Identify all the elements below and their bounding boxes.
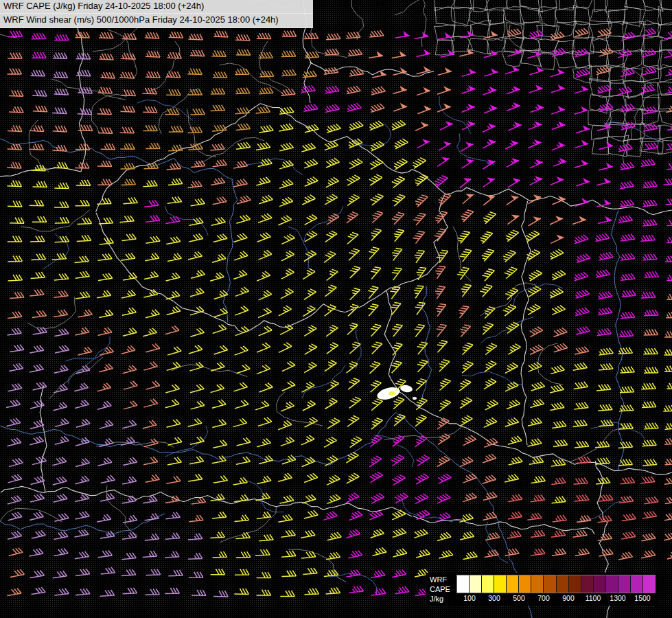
wind-barb — [529, 30, 543, 38]
wind-barb — [326, 158, 340, 168]
wind-barb — [305, 588, 319, 595]
wind-barb — [32, 216, 47, 222]
wind-barb — [371, 229, 382, 240]
wind-barb — [123, 588, 137, 594]
wind-barb — [166, 512, 181, 519]
legend-tick-label: 1500 — [630, 594, 655, 604]
wind-barb — [97, 179, 112, 185]
wind-barb — [8, 474, 22, 483]
wind-barb — [436, 304, 446, 317]
wind-barb — [505, 267, 518, 279]
wind-barb — [325, 49, 339, 56]
wind-barb — [641, 383, 656, 389]
wind-barb — [437, 157, 449, 167]
wind-barb — [235, 532, 250, 538]
wind-barb — [119, 72, 134, 78]
wind-barb — [10, 569, 25, 577]
wind-barb — [505, 140, 518, 149]
wind-barb — [166, 273, 181, 281]
wind-barb — [8, 512, 22, 520]
wind-barb — [301, 530, 315, 538]
wind-barb — [577, 254, 590, 263]
wind-barb — [78, 218, 92, 225]
wind-barb — [461, 210, 474, 222]
wind-barb — [302, 457, 316, 467]
wind-barb — [281, 51, 296, 57]
wind-barb — [302, 382, 315, 392]
wind-barb — [415, 325, 425, 337]
wind-barb — [213, 476, 228, 483]
legend-color-box — [594, 575, 606, 593]
wind-barb — [463, 435, 476, 446]
wind-barb — [327, 343, 338, 354]
wind-barb — [9, 548, 23, 556]
wind-barb — [325, 86, 339, 93]
wind-barb — [255, 401, 269, 410]
wind-barb — [460, 178, 472, 187]
wind-barb — [551, 176, 564, 185]
wind-barb — [462, 69, 476, 77]
wind-barb — [190, 288, 204, 296]
wind-barb — [166, 291, 180, 299]
weather-map-canvas: WRF CAPE (J/kg) Friday 24-10-2025 18:00 … — [0, 0, 672, 618]
wind-barb — [213, 159, 227, 166]
wind-barb — [508, 178, 520, 187]
wind-barb — [508, 512, 522, 519]
wind-barb — [644, 367, 658, 374]
wind-barb — [371, 380, 382, 392]
wind-barb — [576, 69, 590, 77]
wind-barb — [121, 437, 135, 445]
wind-barb — [461, 284, 472, 297]
wind-barb — [187, 69, 202, 75]
wind-barb — [211, 494, 225, 501]
wind-barb — [347, 175, 360, 185]
wind-barb — [76, 512, 90, 519]
wind-barb — [346, 453, 358, 463]
wind-barb — [460, 249, 472, 262]
wind-barb — [394, 159, 407, 170]
wind-barb — [347, 103, 361, 111]
wind-barb — [621, 477, 635, 484]
wind-barb — [8, 201, 22, 207]
wind-barb — [76, 459, 89, 467]
wind-barb — [304, 289, 316, 300]
wind-barb — [282, 234, 295, 244]
wind-barb — [507, 102, 521, 111]
wind-barb — [145, 534, 159, 540]
wind-barb — [304, 510, 318, 518]
wind-barb — [415, 303, 425, 315]
wind-barb — [145, 513, 159, 520]
wind-barb — [301, 435, 314, 445]
wind-barb — [531, 476, 546, 483]
wind-barb — [122, 33, 137, 39]
wind-barb — [553, 158, 567, 166]
wind-barb — [167, 347, 181, 355]
wind-barb — [552, 421, 566, 428]
wind-barb — [575, 235, 588, 244]
wind-barb — [120, 144, 135, 149]
wind-barb — [305, 344, 317, 354]
wind-barb — [259, 383, 273, 392]
wind-barb — [98, 457, 112, 466]
wind-barb — [437, 532, 451, 540]
wind-barb — [575, 347, 589, 354]
wind-barb — [54, 89, 69, 95]
wind-barb — [146, 344, 160, 352]
wind-barb — [530, 345, 543, 354]
wind-barb — [393, 324, 403, 336]
wind-barb — [32, 457, 46, 465]
wind-barb — [618, 552, 633, 560]
wind-barb — [573, 363, 588, 370]
wind-barb — [281, 551, 296, 558]
wind-barb — [8, 312, 22, 319]
wind-barb — [33, 327, 47, 334]
wind-barb — [575, 494, 589, 501]
wind-barb — [508, 436, 522, 444]
wind-barb — [145, 589, 159, 595]
wind-barb — [165, 216, 180, 224]
wind-barb — [30, 345, 44, 353]
wind-barb — [55, 588, 69, 595]
wind-barb — [32, 531, 46, 539]
wind-barb — [666, 143, 672, 150]
wind-barb — [349, 397, 361, 408]
